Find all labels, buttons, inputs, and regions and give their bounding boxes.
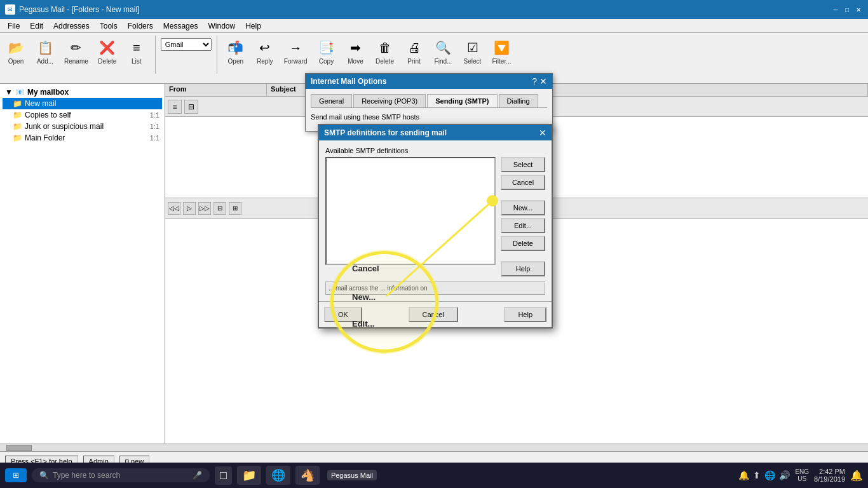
list-icon-2[interactable]: ⊟ — [184, 100, 198, 114]
move-icon: ➡ — [346, 37, 366, 58]
print-icon: 🖨 — [404, 37, 424, 58]
taskbar-task-view[interactable]: □ — [215, 466, 232, 485]
delete1-label: Delete — [98, 58, 116, 65]
app-title: Pegasus Mail - [Folders - New mail] — [19, 5, 139, 14]
folder-icon: 📁 — [13, 99, 22, 108]
close-button[interactable]: ✕ — [854, 5, 863, 14]
time-display: 2:42 PM — [814, 468, 845, 475]
toolbar-forward-button[interactable]: → Forward — [281, 36, 311, 67]
smtp-footer-help-button[interactable]: Help — [504, 307, 546, 322]
toolbar-open-button[interactable]: 📂 Open — [3, 36, 29, 67]
reply-label: Reply — [257, 58, 273, 65]
smtp-cancel-button[interactable]: Cancel — [501, 175, 545, 190]
prev-icon-2[interactable]: ▷ — [183, 202, 196, 215]
toolbar-reply-button[interactable]: ↩ Reply — [252, 36, 278, 67]
dialog-smtp: SMTP definitions for sending mail ✕ Avai… — [318, 124, 553, 329]
dialog-imo-tabs: General Receiving (POP3) Sending (SMTP) … — [311, 94, 547, 108]
folder-new-mail[interactable]: 📁 New mail — [3, 98, 162, 109]
forward-icon: → — [285, 37, 306, 58]
find-icon: 🔍 — [433, 37, 454, 58]
smtp-title-bar: SMTP definitions for sending mail ✕ — [319, 125, 552, 140]
taskbar-pegasus-app[interactable]: Pegasus Mail — [327, 470, 377, 480]
dialog-imo-section: Send mail using these SMTP hosts — [311, 113, 547, 121]
toolbar-delete1-button[interactable]: ❌ Delete — [94, 36, 121, 67]
h-scroll-thumb[interactable] — [6, 445, 32, 451]
toolbar-move-button[interactable]: ➡ Move — [342, 36, 369, 67]
maximize-button[interactable]: □ — [843, 5, 851, 14]
toolbar-find-button[interactable]: 🔍 Find... — [430, 36, 457, 67]
open2-icon: 📬 — [226, 37, 246, 58]
menu-edit[interactable]: Edit — [25, 20, 48, 32]
dialog-internet-mail-options: Internet Mail Options ? ✕ General Receiv… — [305, 73, 553, 132]
select-icon: ☑ — [463, 37, 483, 58]
account-dropdown[interactable]: Gmail — [161, 38, 212, 51]
toolbar-list-button[interactable]: ≡ List — [123, 36, 150, 67]
find-label: Find... — [435, 58, 452, 65]
search-placeholder: Type here to search — [53, 471, 120, 480]
start-button[interactable]: ⊞ — [5, 468, 27, 482]
smtp-listbox[interactable] — [325, 157, 496, 265]
rename-icon: ✏ — [66, 37, 86, 58]
delete1-icon: ❌ — [97, 37, 118, 58]
windows-icon: ⊞ — [13, 471, 19, 480]
smtp-delete-button[interactable]: Delete — [501, 236, 545, 251]
smtp-ok-button[interactable]: OK — [324, 307, 362, 322]
menu-addresses[interactable]: Addresses — [48, 20, 95, 32]
taskbar-system-icons: 🔔 ⬆ 🌐 🔊 — [738, 470, 790, 480]
folder-root[interactable]: ▼ 📧 My mailbox — [3, 86, 162, 98]
menu-tools[interactable]: Tools — [95, 20, 123, 32]
taskbar-app-explorer[interactable]: 📁 — [237, 466, 261, 485]
rename-label: Rename — [64, 58, 88, 65]
network-icon: 🌐 — [764, 470, 775, 480]
taskbar-search[interactable]: 🔍 Type here to search 🎤 — [32, 468, 210, 482]
toolbar-add-button[interactable]: 📋 Add... — [32, 36, 58, 67]
list-label: List — [132, 58, 142, 65]
list-icon-1[interactable]: ≡ — [168, 100, 182, 114]
tab-general[interactable]: General — [311, 94, 352, 107]
taskbar-clock: 2:42 PM 8/19/2019 — [814, 468, 845, 483]
filter-label: Filter... — [492, 58, 511, 65]
toolbar-print-button[interactable]: 🖨 Print — [401, 36, 428, 67]
toolbar-filter-button[interactable]: 🔽 Filter... — [489, 36, 515, 67]
menu-window[interactable]: Window — [203, 20, 240, 32]
menu-help[interactable]: Help — [240, 20, 266, 32]
dialog-imo-help-button[interactable]: ? — [532, 76, 537, 86]
copy-label: Copy — [319, 58, 334, 65]
menu-messages[interactable]: Messages — [158, 20, 203, 32]
folder-main[interactable]: 📁 Main Folder 1:1 — [3, 132, 162, 144]
taskbar-app-custom[interactable]: 🐴 — [295, 466, 320, 485]
smtp-dialog-title: SMTP definitions for sending mail — [324, 128, 447, 137]
notification-icon: 🔔 — [738, 470, 749, 480]
tab-dialling[interactable]: Dialling — [499, 94, 538, 107]
locale-indicator: ENGUS — [795, 468, 809, 482]
toolbar-rename-button[interactable]: ✏ Rename — [61, 36, 92, 67]
toolbar-open2-button[interactable]: 📬 Open — [222, 36, 249, 67]
smtp-close-button[interactable]: ✕ — [539, 128, 546, 138]
folder-junk[interactable]: 📁 Junk or suspicious mail 1:1 — [3, 121, 162, 132]
smtp-new-button[interactable]: New... — [501, 200, 545, 215]
toolbar-copy-button[interactable]: 📑 Copy — [313, 36, 340, 67]
folder-icon: 📁 — [13, 111, 22, 119]
smtp-help-button[interactable]: Help — [501, 261, 545, 276]
smtp-footer-cancel-button[interactable]: Cancel — [409, 307, 458, 322]
notification-bell-icon[interactable]: 🔔 — [850, 470, 863, 482]
smtp-list-label: Available SMTP definitions — [325, 147, 545, 154]
smtp-content: Available SMTP definitions Select Cancel… — [319, 140, 552, 301]
prev-icon-3[interactable]: ▷▷ — [198, 202, 211, 215]
prev-icon-5[interactable]: ⊞ — [229, 202, 241, 215]
prev-icon-1[interactable]: ◁◁ — [168, 202, 180, 215]
prev-icon-4[interactable]: ⊟ — [214, 202, 226, 215]
tab-receiving[interactable]: Receiving (POP3) — [353, 94, 426, 107]
smtp-select-button[interactable]: Select — [501, 157, 545, 172]
toolbar-delete2-button[interactable]: 🗑 Delete — [372, 36, 398, 67]
toolbar-select-button[interactable]: ☑ Select — [459, 36, 486, 67]
minimize-button[interactable]: ─ — [831, 5, 840, 14]
folder-root-label: My mailbox — [27, 88, 69, 97]
menu-folders[interactable]: Folders — [123, 20, 158, 32]
menu-file[interactable]: File — [3, 20, 25, 32]
folder-copies-to-self[interactable]: 📁 Copies to self 1:1 — [3, 109, 162, 121]
tab-sending[interactable]: Sending (SMTP) — [427, 94, 497, 107]
taskbar-app-chrome[interactable]: 🌐 — [266, 466, 290, 485]
dialog-imo-close-button[interactable]: ✕ — [539, 76, 547, 86]
smtp-edit-button[interactable]: Edit... — [501, 218, 545, 233]
